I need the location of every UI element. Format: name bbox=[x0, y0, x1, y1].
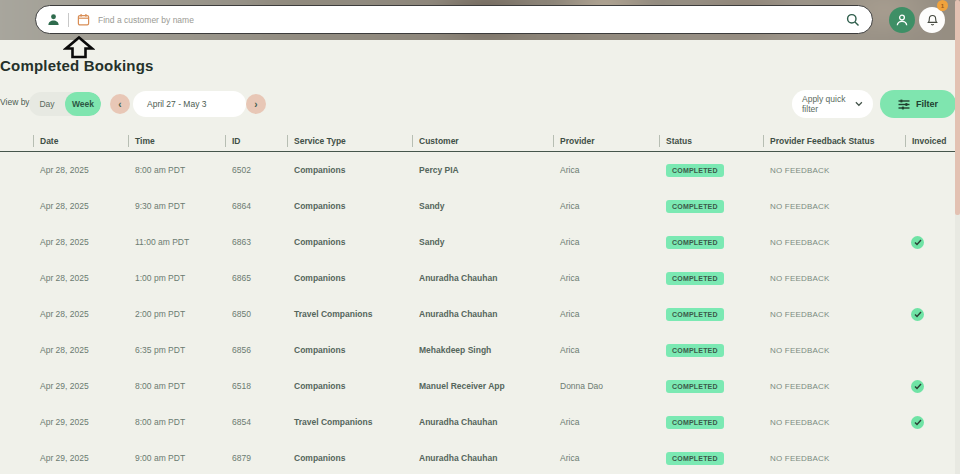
cell-status: COMPLETED bbox=[659, 164, 763, 177]
column-header-provider-feedback-status[interactable]: Provider Feedback Status bbox=[763, 136, 905, 146]
status-badge: COMPLETED bbox=[666, 416, 724, 429]
cell-provider-feedback: NO FEEDBACK bbox=[763, 382, 905, 391]
next-week-button[interactable]: › bbox=[246, 94, 266, 114]
cell-customer: Anuradha Chauhan bbox=[412, 417, 553, 427]
cell-time: 8:00 am PDT bbox=[128, 417, 225, 427]
quick-filter-label: Apply quick filter bbox=[802, 94, 855, 114]
bell-icon bbox=[926, 14, 939, 27]
cell-invoiced bbox=[905, 416, 955, 429]
scrollbar-thumb[interactable] bbox=[955, 0, 960, 215]
cell-customer: Manuel Receiver App bbox=[412, 381, 553, 391]
table-row[interactable]: Apr 29, 2025 8:00 am PDT 6854 Travel Com… bbox=[0, 404, 955, 440]
cell-customer: Sandy bbox=[412, 201, 553, 211]
cell-provider: Arica bbox=[553, 165, 659, 175]
cell-provider-feedback: NO FEEDBACK bbox=[763, 454, 905, 463]
filter-button[interactable]: Filter bbox=[880, 90, 956, 118]
cell-service-type: Companions bbox=[287, 273, 412, 283]
cell-provider: Arica bbox=[553, 453, 659, 463]
table-header-row: Date Time ID Service Type Customer Provi… bbox=[0, 130, 955, 152]
cell-service-type: Travel Companions bbox=[287, 417, 412, 427]
table-row[interactable]: Apr 28, 2025 2:00 pm PDT 6850 Travel Com… bbox=[0, 296, 955, 332]
column-header-date[interactable]: Date bbox=[33, 136, 128, 146]
cell-invoiced bbox=[905, 236, 955, 249]
cell-service-type: Companions bbox=[287, 345, 412, 355]
table-row[interactable]: Apr 28, 2025 11:00 am PDT 6863 Companion… bbox=[0, 224, 955, 260]
column-header-id[interactable]: ID bbox=[225, 136, 287, 146]
cell-service-type: Companions bbox=[287, 165, 412, 175]
cell-id: 6854 bbox=[225, 417, 287, 427]
cell-time: 1:00 pm PDT bbox=[128, 273, 225, 283]
status-badge: COMPLETED bbox=[666, 272, 724, 285]
sliders-icon bbox=[898, 99, 910, 110]
cell-id: 6856 bbox=[225, 345, 287, 355]
cell-id: 6864 bbox=[225, 201, 287, 211]
table-row[interactable]: Apr 28, 2025 1:00 pm PDT 6865 Companions… bbox=[0, 260, 955, 296]
vertical-scrollbar[interactable] bbox=[955, 0, 960, 474]
cell-customer: Sandy bbox=[412, 237, 553, 247]
cell-date: Apr 28, 2025 bbox=[33, 345, 128, 355]
cell-id: 6502 bbox=[225, 165, 287, 175]
profile-avatar-button[interactable] bbox=[889, 7, 915, 33]
table-row[interactable]: Apr 28, 2025 6:35 pm PDT 6856 Companions… bbox=[0, 332, 955, 368]
cell-invoiced bbox=[905, 308, 955, 321]
calendar-icon[interactable] bbox=[77, 13, 90, 26]
search-icon[interactable] bbox=[846, 13, 860, 27]
cell-time: 8:00 am PDT bbox=[128, 165, 225, 175]
cell-provider: Arica bbox=[553, 417, 659, 427]
cell-status: COMPLETED bbox=[659, 416, 763, 429]
previous-week-button[interactable]: ‹ bbox=[110, 94, 130, 114]
cell-customer: Anuradha Chauhan bbox=[412, 453, 553, 463]
quick-filter-dropdown[interactable]: Apply quick filter bbox=[792, 90, 873, 118]
status-badge: COMPLETED bbox=[666, 164, 724, 177]
cell-customer: Percy PIA bbox=[412, 165, 553, 175]
column-header-time[interactable]: Time bbox=[128, 136, 225, 146]
customer-search-bar[interactable] bbox=[35, 5, 873, 34]
invoiced-check-icon bbox=[911, 236, 924, 249]
cell-time: 9:00 am PDT bbox=[128, 453, 225, 463]
cell-id: 6863 bbox=[225, 237, 287, 247]
cell-date: Apr 29, 2025 bbox=[33, 381, 128, 391]
cell-provider-feedback: NO FEEDBACK bbox=[763, 274, 905, 283]
cell-provider: Arica bbox=[553, 273, 659, 283]
cell-invoiced bbox=[905, 164, 955, 177]
table-row[interactable]: Apr 28, 2025 9:30 am PDT 6864 Companions… bbox=[0, 188, 955, 224]
cell-customer: Anuradha Chauhan bbox=[412, 309, 553, 319]
cell-time: 8:00 am PDT bbox=[128, 381, 225, 391]
cell-time: 9:30 am PDT bbox=[128, 201, 225, 211]
cell-invoiced bbox=[905, 344, 955, 357]
column-header-provider[interactable]: Provider bbox=[553, 136, 659, 146]
table-row[interactable]: Apr 29, 2025 9:00 am PDT 6879 Companions… bbox=[0, 440, 955, 474]
chevron-down-icon bbox=[855, 101, 863, 107]
table-row[interactable]: Apr 29, 2025 8:00 am PDT 6518 Companions… bbox=[0, 368, 955, 404]
cell-status: COMPLETED bbox=[659, 380, 763, 393]
cell-customer: Mehakdeep Singh bbox=[412, 345, 553, 355]
toggle-day-button[interactable]: Day bbox=[29, 92, 65, 116]
cell-date: Apr 28, 2025 bbox=[33, 165, 128, 175]
status-badge: COMPLETED bbox=[666, 344, 724, 357]
cell-date: Apr 29, 2025 bbox=[33, 453, 128, 463]
cell-service-type: Companions bbox=[287, 381, 412, 391]
status-badge: COMPLETED bbox=[666, 236, 724, 249]
cell-invoiced bbox=[905, 272, 955, 285]
cell-provider: Arica bbox=[553, 345, 659, 355]
column-header-status[interactable]: Status bbox=[659, 136, 763, 146]
table-body: Apr 28, 2025 8:00 am PDT 6502 Companions… bbox=[0, 152, 955, 474]
cell-date: Apr 29, 2025 bbox=[33, 417, 128, 427]
toggle-week-button[interactable]: Week bbox=[65, 92, 101, 116]
search-input[interactable] bbox=[98, 15, 846, 25]
column-header-invoiced[interactable]: Invoiced bbox=[905, 136, 955, 146]
cell-id: 6850 bbox=[225, 309, 287, 319]
column-header-service-type[interactable]: Service Type bbox=[287, 136, 412, 146]
cell-service-type: Companions bbox=[287, 201, 412, 211]
cell-provider-feedback: NO FEEDBACK bbox=[763, 202, 905, 211]
table-row[interactable]: Apr 28, 2025 8:00 am PDT 6502 Companions… bbox=[0, 152, 955, 188]
status-badge: COMPLETED bbox=[666, 452, 724, 465]
cell-provider-feedback: NO FEEDBACK bbox=[763, 238, 905, 247]
cell-invoiced bbox=[905, 452, 955, 465]
view-by-label: View by bbox=[0, 97, 30, 107]
date-range-field[interactable]: April 27 - May 3 bbox=[133, 91, 246, 117]
column-header-customer[interactable]: Customer bbox=[412, 136, 553, 146]
cell-time: 6:35 pm PDT bbox=[128, 345, 225, 355]
status-badge: COMPLETED bbox=[666, 380, 724, 393]
cell-time: 11:00 am PDT bbox=[128, 237, 225, 247]
